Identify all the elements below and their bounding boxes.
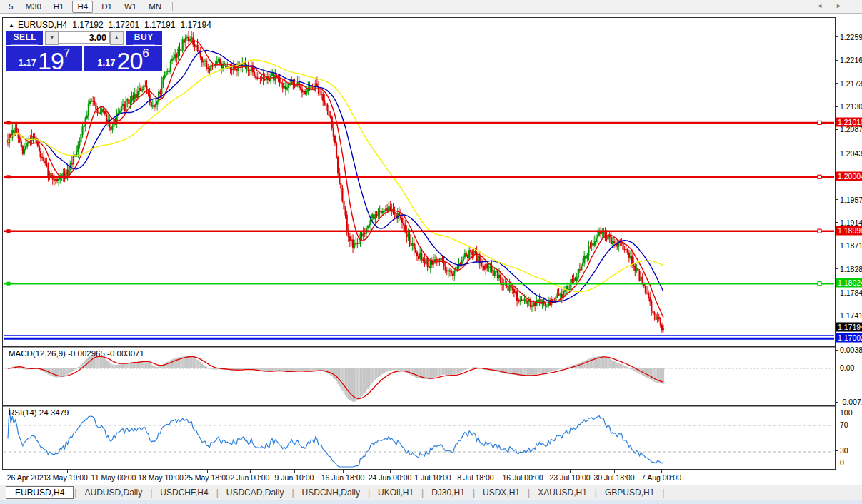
rsi-axis-label: 100 bbox=[840, 408, 853, 417]
chart-symbol: EURUSD,H4 bbox=[18, 20, 67, 30]
price-axis-label: 1.22590 bbox=[840, 33, 862, 41]
volume-input[interactable] bbox=[59, 31, 110, 44]
price-axis-tick bbox=[836, 60, 838, 61]
price-axis-tick bbox=[836, 199, 838, 200]
timeframe-button-5[interactable]: 5 bbox=[5, 1, 16, 12]
chart-plot-area[interactable] bbox=[2, 17, 836, 470]
toolbar-separator bbox=[172, 2, 173, 11]
price-axis-label: 1.19570 bbox=[840, 196, 862, 204]
symbol-tab-bar: EURUSD,H4|AUDUSD,Daily|USDCHF,H4|USDCAD,… bbox=[0, 485, 862, 500]
time-axis-label: 18 May 10:00 bbox=[138, 473, 184, 482]
ohlc-low: 1.17191 bbox=[144, 20, 175, 30]
time-axis-tick bbox=[161, 470, 161, 473]
time-axis-tick bbox=[114, 470, 114, 473]
chart-tab-ukoil-h1[interactable]: UKOil,H1 bbox=[371, 487, 421, 498]
macd-axis-label: 0.00 bbox=[840, 363, 854, 372]
time-axis-tick bbox=[570, 470, 571, 473]
price-axis-tick bbox=[836, 129, 838, 130]
macd-axis-tick bbox=[836, 350, 838, 351]
price-line-label: 1.20004 bbox=[836, 171, 862, 181]
tab-separator: | bbox=[291, 488, 294, 498]
tab-separator: | bbox=[473, 488, 475, 498]
timeframe-button-m30[interactable]: M30 bbox=[21, 1, 44, 12]
rsi-axis-tick bbox=[836, 425, 838, 425]
price-axis-label: 1.18710 bbox=[840, 241, 862, 250]
tab-separator: | bbox=[150, 488, 152, 498]
price-line-label: 1.21010 bbox=[836, 117, 862, 126]
tab-separator: | bbox=[662, 488, 664, 498]
time-axis-label: 16 Jul 00:00 bbox=[502, 473, 543, 482]
chart-tab-gbpusd-h1[interactable]: GBPUSD,H1 bbox=[598, 487, 661, 498]
time-axis-tick bbox=[250, 470, 251, 473]
time-axis-label: 16 Jun 18:00 bbox=[321, 473, 365, 482]
timeframe-button-h4[interactable]: H4 bbox=[72, 1, 93, 13]
candlestick-chart[interactable] bbox=[3, 18, 835, 469]
chart-tab-usdx-h1[interactable]: USDX,H1 bbox=[476, 487, 527, 498]
chart-tab-dj30-h1[interactable]: DJ30,H1 bbox=[424, 487, 472, 498]
status-bar bbox=[0, 500, 862, 504]
timeframe-button-d1[interactable]: D1 bbox=[98, 1, 116, 12]
mt4-terminal: { "toolbar": {"timeframes": ["5","M30","… bbox=[0, 0, 862, 504]
rsi-axis-label: 70 bbox=[840, 420, 848, 429]
one-click-trade-panel: SELL ▼ ▲ BUY 1.17 19 7 1.17 20 6 bbox=[6, 31, 162, 71]
tab-separator: | bbox=[216, 488, 219, 498]
chart-tab-usdcad-daily[interactable]: USDCAD,Daily bbox=[219, 487, 291, 498]
price-axis-label: 1.22160 bbox=[840, 56, 862, 64]
price-axis-label: 1.19140 bbox=[840, 218, 862, 227]
sell-price-display[interactable]: 1.17 19 7 bbox=[6, 46, 82, 71]
chart-tab-xauusd-h1[interactable]: XAUUSD,H1 bbox=[531, 487, 594, 498]
volume-increase-button[interactable]: ▲ bbox=[110, 31, 124, 45]
chart-tab-usdcnh-daily[interactable]: USDCNH,Daily bbox=[295, 487, 367, 498]
chart-tab-audusd-daily[interactable]: AUDUSD,Daily bbox=[77, 487, 149, 498]
tab-scroll-arrows[interactable]: ◄► bbox=[816, 2, 855, 9]
tab-separator: | bbox=[595, 488, 597, 498]
buy-price-display[interactable]: 1.17 20 6 bbox=[84, 46, 162, 71]
time-axis-label: 26 Apr 2021 bbox=[7, 473, 48, 482]
time-axis-tick bbox=[433, 470, 433, 473]
macd-axis-label: -0.00719 bbox=[840, 398, 862, 406]
collapse-triangle-icon[interactable]: ▲ bbox=[9, 22, 14, 29]
time-axis-label: 9 Jun 10:00 bbox=[275, 473, 314, 482]
time-axis-label: 2 Jun 00:00 bbox=[231, 473, 270, 482]
macd-indicator-label: MACD(12,26,9) -0.002965 -0.003071 bbox=[9, 349, 144, 358]
time-axis-label: 24 Jun 00:00 bbox=[369, 473, 412, 482]
price-axis-label: 1.17840 bbox=[840, 288, 862, 297]
price-axis-tick bbox=[836, 153, 838, 153]
price-axis-tick bbox=[836, 246, 838, 246]
sell-button[interactable]: SELL bbox=[6, 31, 43, 45]
tab-separator: | bbox=[74, 488, 76, 498]
tab-separator: | bbox=[421, 488, 424, 498]
timeframe-button-h1[interactable]: H1 bbox=[50, 1, 68, 12]
macd-axis-tick bbox=[836, 402, 838, 403]
price-axis-label: 1.21300 bbox=[840, 102, 862, 111]
price-axis-tick bbox=[836, 83, 838, 84]
time-axis-label: 25 May 18:00 bbox=[184, 473, 230, 482]
price-axis-label: 1.20430 bbox=[840, 149, 862, 158]
timeframe-button-mn[interactable]: MN bbox=[145, 1, 165, 12]
ohlc-high: 1.17201 bbox=[109, 20, 139, 30]
ohlc-close: 1.17194 bbox=[180, 20, 211, 30]
price-axis-tick bbox=[836, 36, 838, 37]
price-line-label: 1.17002 bbox=[836, 333, 862, 343]
price-axis-label: 1.18280 bbox=[840, 265, 862, 273]
chart-header: ▲ EURUSD,H4 1.17192 1.17201 1.17191 1.17… bbox=[9, 20, 211, 30]
price-axis-label: 1.17410 bbox=[840, 311, 862, 320]
time-axis-tick bbox=[294, 470, 295, 473]
time-axis-tick bbox=[343, 470, 344, 473]
time-axis-tick bbox=[614, 470, 615, 473]
rsi-axis-tick bbox=[836, 463, 838, 463]
time-axis-label: 11 May 00:00 bbox=[91, 473, 136, 482]
ohlc-open: 1.17192 bbox=[72, 20, 103, 30]
chart-tab-usdchf-h4[interactable]: USDCHF,H4 bbox=[153, 487, 215, 498]
time-axis-label: 1 Jul 10:00 bbox=[414, 473, 451, 482]
price-axis-label: 1.20870 bbox=[840, 125, 862, 133]
rsi-axis-tick bbox=[836, 413, 838, 413]
timeframe-button-w1[interactable]: W1 bbox=[121, 1, 140, 12]
time-axis-tick bbox=[207, 470, 208, 473]
current-price-label: 1.17194 bbox=[836, 323, 862, 332]
chart-tab-eurusd-h4[interactable]: EURUSD,H4 bbox=[6, 486, 74, 499]
price-axis-tick bbox=[836, 106, 838, 107]
buy-button[interactable]: BUY bbox=[126, 31, 162, 45]
volume-decrease-button[interactable]: ▼ bbox=[45, 31, 59, 45]
price-axis-tick bbox=[836, 316, 838, 316]
